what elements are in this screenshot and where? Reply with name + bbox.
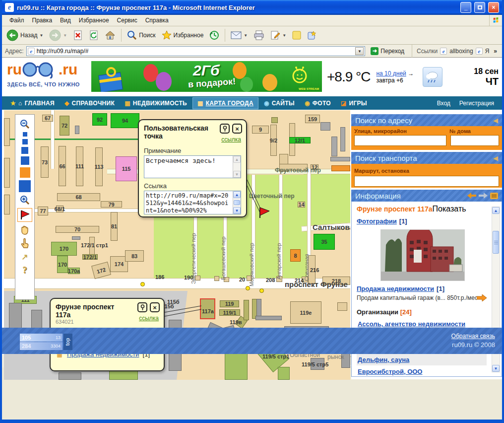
street-label: Салтыкова	[313, 223, 350, 231]
pan-hand-tool[interactable]	[19, 224, 31, 235]
zoom-level-5-current[interactable]	[20, 167, 30, 178]
transport-search-header[interactable]: Поиск транспорта ◀	[351, 152, 502, 164]
photos-link[interactable]: Фотографии	[357, 217, 397, 225]
nav-item[interactable]: ◉САЙТЫ	[259, 98, 299, 109]
back-icon	[6, 29, 18, 41]
pin-popup-button[interactable]	[220, 124, 230, 134]
edit-button[interactable]: ▼	[268, 29, 289, 42]
messenger-button[interactable]	[305, 29, 319, 42]
org-link[interactable]: Евросибстрой, ООО	[358, 368, 422, 375]
close-popup-button[interactable]: ×	[150, 302, 160, 312]
info-header[interactable]: Информация	[351, 190, 502, 202]
realty-link[interactable]: Продажа недвижимости	[357, 285, 434, 292]
object-photo[interactable]	[380, 229, 465, 281]
window-titlebar[interactable]: e ru09.ru :: Карта города :: Фрунзе прос…	[2, 0, 502, 15]
more-arrow-icon[interactable]	[477, 294, 487, 301]
ad-banner[interactable]: 2Гб в подарок! WEB STREAM	[91, 61, 322, 92]
nav-item[interactable]: ◉ФОТО	[300, 98, 335, 109]
scroll-down-button[interactable]: ▼	[492, 365, 500, 372]
popup-permalink[interactable]: ссылка	[139, 315, 159, 322]
share-arrow-tool[interactable]: ↗	[19, 251, 31, 262]
map-label: 172/1 стр1	[81, 242, 108, 248]
menu-file[interactable]: Файл	[6, 16, 28, 25]
auth-link[interactable]: Вход	[437, 100, 450, 107]
mail-button[interactable]: ▼	[228, 30, 250, 41]
close-popup-button[interactable]: ×	[232, 124, 242, 134]
zoom-level-1[interactable]	[23, 132, 27, 137]
collapse-arrow-icon[interactable]: ◀	[493, 154, 498, 162]
zoom-level-4[interactable]	[21, 156, 29, 165]
minimize-button[interactable]: _	[460, 2, 471, 13]
menu-edit[interactable]: Правка	[29, 16, 56, 25]
favorites-button[interactable]: Избранное	[159, 29, 206, 42]
popup-permalink[interactable]: ссылка	[221, 136, 241, 143]
map-building	[331, 165, 350, 171]
go-button[interactable]: ➜ Переход	[368, 46, 407, 56]
forward-button[interactable]: ▼	[47, 28, 69, 43]
prev-arrow-icon[interactable]	[467, 193, 476, 199]
map-building: 12/1	[289, 137, 311, 143]
menu-help[interactable]: Справка	[142, 16, 172, 25]
gift-icon	[97, 65, 127, 92]
add-point-tool-selected[interactable]	[17, 208, 32, 222]
help-tool[interactable]: ?	[19, 265, 31, 276]
pointer-hand-tool[interactable]	[19, 238, 31, 249]
zoom-level-6[interactable]	[19, 180, 31, 192]
nav-item-label: КАРТА ГОРОДА	[206, 100, 253, 107]
address-input[interactable]: e http://ru09.ru/map/# ▼	[26, 46, 366, 56]
print-button[interactable]	[251, 29, 267, 42]
search-button[interactable]: Поиск	[125, 29, 158, 42]
org-link[interactable]: Дельфин, сауна	[358, 356, 409, 363]
refresh-icon	[89, 30, 99, 40]
nav-item[interactable]: ▦КАРТА ГОРОДА	[192, 97, 258, 109]
url-textarea[interactable]: http://ru09.ru/map#x=20512&y=14461&z=4&s…	[144, 191, 241, 214]
counter-logo[interactable]: top	[63, 334, 72, 350]
refresh-button[interactable]	[86, 29, 101, 42]
map-building: 79	[101, 201, 122, 208]
route-input[interactable]	[354, 176, 499, 187]
address-search-header[interactable]: Поиск по адресу ◀	[351, 114, 502, 126]
zoom-out-button[interactable]	[19, 119, 31, 130]
maximize-button[interactable]	[474, 2, 485, 13]
home-button[interactable]	[102, 29, 118, 42]
org-link[interactable]: Ассоль, агентство недвижимости	[358, 320, 465, 328]
note-textarea[interactable]: Встречаемся здесь! ▲▼	[144, 155, 241, 178]
nav-item[interactable]: ◪ИГРЫ	[336, 98, 372, 109]
street-input[interactable]	[354, 135, 446, 146]
history-button[interactable]	[207, 29, 222, 42]
show-on-map-link[interactable]: Показать	[433, 205, 466, 213]
zoom-level-3[interactable]	[21, 147, 28, 154]
list-icon[interactable]	[490, 193, 498, 199]
site-logo[interactable]: ru .ru ЗДЕСЬ ВСЁ, ЧТО НУЖНО	[7, 61, 91, 87]
scroll-thumb[interactable]	[493, 231, 499, 254]
links-allboxing[interactable]: allboxing	[449, 48, 473, 55]
forecast-link[interactable]: на 10 дней	[376, 70, 406, 77]
nav-item[interactable]: ▦НЕДВИЖИМОСТЬ	[120, 98, 191, 109]
collapse-arrow-icon[interactable]: ◀	[493, 117, 498, 124]
house-input[interactable]	[450, 135, 499, 146]
next-arrow-icon[interactable]	[479, 193, 488, 199]
scroll-up-button[interactable]: ▲	[492, 207, 500, 214]
auth-link[interactable]: Регистрация	[459, 100, 494, 107]
date-widget: 18 сен ЧТ	[474, 67, 501, 87]
feedback-link[interactable]: Обратная связь	[451, 333, 495, 340]
map-building: 81	[111, 212, 118, 241]
zoom-in-button[interactable]	[19, 195, 31, 206]
map-label: 216	[310, 267, 319, 273]
map-building	[331, 137, 337, 156]
stop-button[interactable]	[70, 29, 85, 42]
close-button[interactable]: ×	[488, 2, 499, 13]
menu-tools[interactable]: Сервис	[114, 16, 141, 25]
nav-item[interactable]: ◆СПРАВОЧНИК	[60, 98, 119, 109]
notes-button[interactable]	[290, 29, 304, 41]
menu-favorites[interactable]: Избранное	[75, 16, 113, 25]
address-dropdown-button[interactable]: ▼	[355, 47, 364, 55]
nav-item[interactable]: ★⌂ГЛАВНАЯ	[6, 98, 59, 109]
hit-counter[interactable]: 10513 2843304	[20, 334, 63, 351]
pin-popup-button[interactable]	[137, 302, 147, 312]
links-overflow[interactable]: »	[492, 48, 499, 55]
menu-view[interactable]: Вид	[57, 16, 74, 25]
zoom-level-2[interactable]	[22, 139, 28, 144]
links-ya[interactable]: Я	[485, 48, 490, 55]
back-button[interactable]: Назад▼	[4, 28, 46, 43]
